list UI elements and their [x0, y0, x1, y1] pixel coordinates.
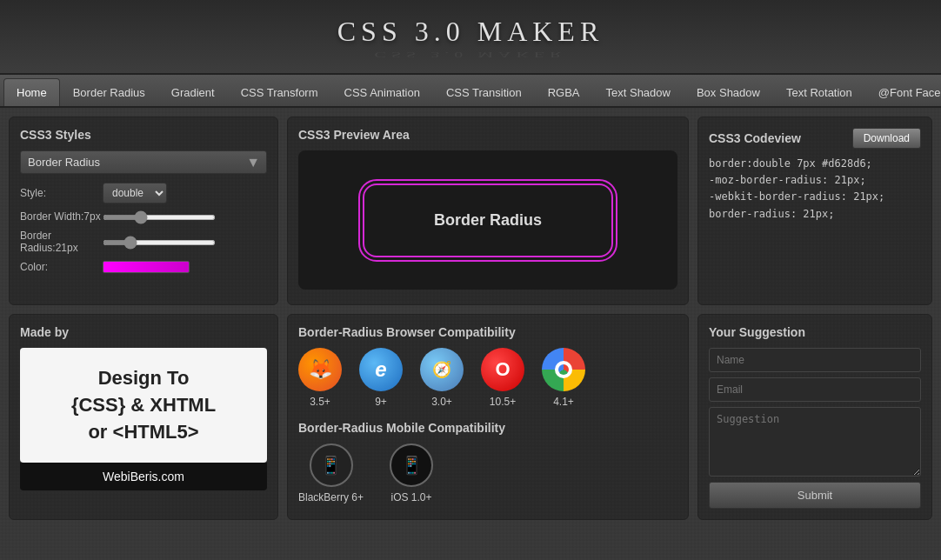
main-top-row: CSS3 Styles Border Radius Gradient CSS T…	[0, 108, 941, 314]
mobile-blackberry: 📱 BlackBerry 6+	[298, 443, 364, 503]
madeby-panel: Made by Design To {CSS} & XHTML or <HTML…	[9, 314, 278, 520]
chrome-icon	[542, 348, 585, 391]
nav-text-rotation[interactable]: Text Rotation	[773, 78, 865, 106]
nav-css-transition[interactable]: CSS Transition	[433, 78, 535, 106]
name-input[interactable]	[709, 348, 921, 372]
browser-grid: 🦊 3.5+ e 9+ 🧭 3.0+ O 10.5+	[298, 348, 677, 408]
madeby-line2: {CSS} & XHTML	[37, 392, 250, 419]
border-width-label: Border Width:7px	[20, 210, 103, 223]
code-line-2: -moz-border-radius: 21px;	[709, 172, 921, 189]
style-control-row: Style: double solid dashed dotted	[20, 183, 267, 203]
firefox-icon: 🦊	[298, 348, 342, 391]
border-radius-slider-container	[103, 236, 267, 248]
style-selector[interactable]: Border Radius Gradient CSS Transform	[20, 150, 267, 174]
codeview-title: CSS3 Codeview	[709, 131, 801, 145]
style-label: Style:	[20, 187, 103, 199]
download-button[interactable]: Download	[852, 128, 921, 149]
chrome-version: 4.1+	[542, 396, 585, 408]
border-width-row: Border Width:7px	[20, 210, 267, 223]
browser-firefox: 🦊 3.5+	[298, 348, 342, 408]
styles-panel-title: CSS3 Styles	[20, 128, 267, 142]
browser-compat-title: Border-Radius Browser Compatibility	[298, 325, 677, 339]
nav-font-face[interactable]: @Font Face	[865, 78, 941, 106]
compat-panel: Border-Radius Browser Compatibility 🦊 3.…	[287, 314, 689, 520]
codeview-panel: CSS3 Codeview Download border:double 7px…	[697, 117, 932, 305]
mobile-compat-title: Border-Radius Mobile Compatibility	[298, 421, 677, 435]
site-title: CSS 3.0 Maker	[0, 16, 941, 48]
ie-version: 9+	[359, 396, 403, 408]
header: CSS 3.0 Maker CSS 3.0 Maker	[0, 0, 941, 75]
firefox-version: 3.5+	[298, 396, 342, 408]
preview-box-text: Border Radius	[434, 211, 542, 229]
browser-opera: O 10.5+	[481, 348, 524, 408]
nav-border-radius[interactable]: Border Radius	[60, 78, 158, 106]
border-width-slider[interactable]	[103, 215, 216, 220]
code-line-4: border-radius: 21px;	[709, 206, 921, 223]
nav-css-animation[interactable]: CSS Animation	[331, 78, 433, 106]
mobile-ios: 📱 iOS 1.0+	[390, 443, 433, 503]
suggestion-title: Your Suggestion	[709, 325, 921, 339]
color-row: Color:	[20, 261, 267, 273]
nav-css-transform[interactable]: CSS Transform	[228, 78, 331, 106]
submit-button[interactable]: Submit	[709, 482, 921, 509]
preview-area: Border Radius	[298, 150, 677, 290]
styles-panel: CSS3 Styles Border Radius Gradient CSS T…	[9, 117, 278, 305]
blackberry-version: BlackBerry 6+	[298, 491, 364, 503]
code-line-1: border:double 7px #d628d6;	[709, 156, 921, 172]
madeby-card: Design To {CSS} & XHTML or <HTML5>	[20, 348, 267, 463]
madeby-footer: WebiBeris.com	[20, 463, 267, 490]
ie-icon: e	[359, 348, 403, 391]
code-content: border:double 7px #d628d6; -moz-border-r…	[709, 156, 921, 223]
preview-panel: CSS3 Preview Area Border Radius	[287, 117, 689, 305]
browser-chrome: 4.1+	[542, 348, 585, 408]
safari-icon: 🧭	[420, 348, 464, 391]
browser-safari: 🧭 3.0+	[420, 348, 464, 408]
madeby-title: Made by	[20, 325, 267, 339]
opera-icon: O	[481, 348, 524, 391]
madeby-line1: Design To	[37, 365, 250, 392]
madeby-card-wrapper: Design To {CSS} & XHTML or <HTML5> WebiB…	[20, 348, 267, 490]
browser-ie: e 9+	[359, 348, 403, 408]
madeby-line3: or <HTML5>	[37, 419, 250, 446]
color-swatch[interactable]	[103, 261, 190, 273]
border-radius-label: Border Radius:21px	[20, 230, 103, 254]
email-input[interactable]	[709, 377, 921, 402]
main-bottom-row: Made by Design To {CSS} & XHTML or <HTML…	[0, 314, 941, 529]
ios-icon: 📱	[390, 443, 433, 487]
blackberry-icon: 📱	[310, 443, 353, 487]
nav-text-shadow[interactable]: Text Shadow	[593, 78, 684, 106]
codeview-header: CSS3 Codeview Download	[709, 128, 921, 149]
nav-rgba[interactable]: RGBA	[535, 78, 593, 106]
nav-home[interactable]: Home	[3, 78, 60, 106]
color-label: Color:	[20, 261, 103, 273]
nav-box-shadow[interactable]: Box Shadow	[684, 78, 773, 106]
preview-box: Border Radius	[358, 179, 617, 262]
suggestion-form: Submit	[709, 348, 921, 509]
border-radius-row: Border Radius:21px	[20, 230, 267, 254]
safari-version: 3.0+	[420, 396, 464, 408]
preview-panel-title: CSS3 Preview Area	[298, 128, 677, 142]
border-width-slider-container	[103, 210, 267, 223]
nav-gradient[interactable]: Gradient	[158, 78, 228, 106]
header-reflection: CSS 3.0 Maker	[0, 50, 941, 58]
navigation: Home Border Radius Gradient CSS Transfor…	[0, 75, 941, 108]
suggestion-panel: Your Suggestion Submit	[697, 314, 932, 520]
suggestion-textarea[interactable]	[709, 407, 921, 477]
style-selector-wrapper: Border Radius Gradient CSS Transform ▼	[20, 150, 267, 174]
mobile-grid: 📱 BlackBerry 6+ 📱 iOS 1.0+	[298, 443, 677, 503]
code-line-3: -webkit-border-radius: 21px;	[709, 189, 921, 205]
border-radius-slider[interactable]	[103, 240, 216, 245]
ios-version: iOS 1.0+	[390, 491, 433, 503]
opera-version: 10.5+	[481, 396, 524, 408]
style-value-select[interactable]: double solid dashed dotted	[103, 183, 167, 203]
